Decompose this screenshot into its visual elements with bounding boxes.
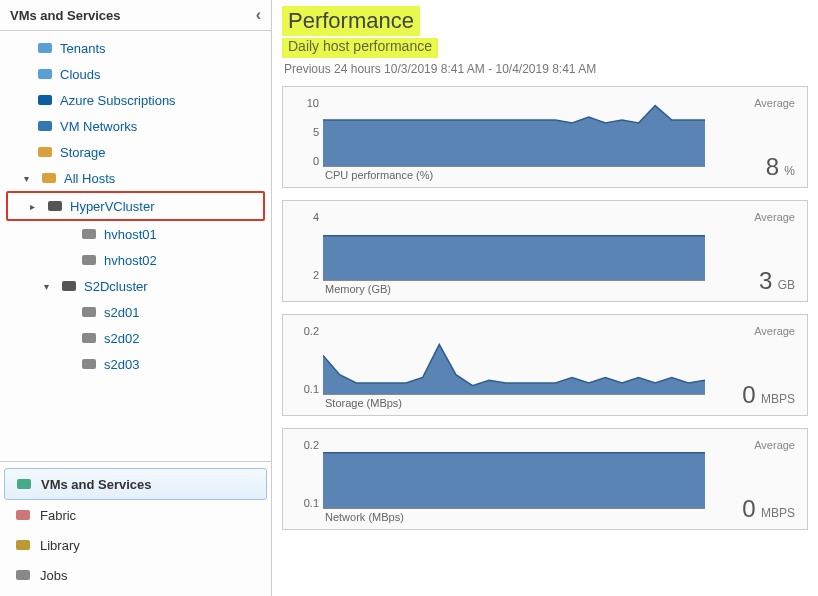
- tree-item-label: Tenants: [60, 41, 106, 56]
- net-icon: [36, 117, 54, 135]
- tree-item-all-hosts[interactable]: ▾All Hosts: [0, 165, 271, 191]
- average-unit: GB: [774, 278, 795, 292]
- host-icon: [80, 355, 98, 373]
- chart-area: 0.20.1 Network (MBps): [295, 439, 705, 523]
- svg-rect-14: [16, 510, 30, 520]
- folder-icon: [40, 169, 58, 187]
- storage-icon: [36, 143, 54, 161]
- svg-rect-7: [82, 229, 96, 239]
- time-range: Previous 24 hours 10/3/2019 8:41 AM - 10…: [284, 62, 808, 76]
- tree-item-azure-subscriptions[interactable]: Azure Subscriptions: [0, 87, 271, 113]
- expand-icon[interactable]: ▾: [44, 281, 54, 292]
- chart-title: CPU performance (%): [325, 169, 705, 181]
- fabric-icon: [14, 506, 32, 524]
- tree-item-label: hvhost01: [104, 227, 157, 242]
- nav-vms-and-services[interactable]: VMs and Services: [4, 468, 267, 500]
- tree-item-label: Storage: [60, 145, 106, 160]
- content-area: Performance Daily host performance Previ…: [272, 0, 818, 596]
- chart-card: 42 Memory (GB) Average 3 GB: [282, 200, 808, 302]
- tree-item-s2d02[interactable]: s2d02: [0, 325, 271, 351]
- tree-item-hvhost01[interactable]: hvhost01: [0, 221, 271, 247]
- chart-card: 0.20.1 Network (MBps) Average 0 MBPS: [282, 428, 808, 530]
- chart-plot: [323, 211, 705, 281]
- tree-item-hypervcluster[interactable]: ▸HyperVCluster: [6, 191, 265, 221]
- tree-item-label: S2Dcluster: [84, 279, 148, 294]
- cluster-icon: [46, 197, 64, 215]
- average-value: 3: [759, 267, 772, 294]
- chart-area: 1050 CPU performance (%): [295, 97, 705, 181]
- svg-rect-0: [38, 43, 52, 53]
- jobs-icon: [14, 566, 32, 584]
- collapse-icon[interactable]: [256, 6, 261, 24]
- chart-average: Average 0 MBPS: [705, 325, 795, 409]
- y-axis: 1050: [295, 97, 323, 167]
- tree-item-label: HyperVCluster: [70, 199, 155, 214]
- svg-rect-10: [82, 307, 96, 317]
- chart-card: 1050 CPU performance (%) Average 8 %: [282, 86, 808, 188]
- nav-item-label: VMs and Services: [41, 477, 152, 492]
- nav-section: VMs and ServicesFabricLibraryJobs: [0, 461, 271, 596]
- average-unit: MBPS: [758, 392, 795, 406]
- host-icon: [80, 329, 98, 347]
- svg-rect-12: [82, 359, 96, 369]
- expand-icon[interactable]: ▾: [24, 173, 34, 184]
- chart-average: Average 8 %: [705, 97, 795, 181]
- average-value: 0: [742, 381, 755, 408]
- chart-title: Memory (GB): [325, 283, 705, 295]
- svg-rect-8: [82, 255, 96, 265]
- y-axis: 0.20.1: [295, 439, 323, 509]
- average-label: Average: [713, 211, 795, 223]
- tree-item-s2d03[interactable]: s2d03: [0, 351, 271, 377]
- tree-item-label: Clouds: [60, 67, 100, 82]
- tree-item-hvhost02[interactable]: hvhost02: [0, 247, 271, 273]
- tree-item-s2d01[interactable]: s2d01: [0, 299, 271, 325]
- svg-rect-6: [48, 201, 62, 211]
- svg-rect-1: [38, 69, 52, 79]
- sidebar-title: VMs and Services: [10, 8, 121, 23]
- tree-item-label: s2d02: [104, 331, 139, 346]
- nav-jobs[interactable]: Jobs: [4, 560, 267, 590]
- tree-item-storage[interactable]: Storage: [0, 139, 271, 165]
- host-icon: [80, 303, 98, 321]
- tree-item-label: hvhost02: [104, 253, 157, 268]
- vms-icon: [15, 475, 33, 493]
- tree-item-label: Azure Subscriptions: [60, 93, 176, 108]
- svg-rect-4: [38, 147, 52, 157]
- host-icon: [80, 251, 98, 269]
- tree-item-vm-networks[interactable]: VM Networks: [0, 113, 271, 139]
- svg-rect-9: [62, 281, 76, 291]
- expand-icon[interactable]: ▸: [30, 201, 40, 212]
- svg-rect-16: [16, 570, 30, 580]
- average-unit: %: [781, 164, 795, 178]
- nav-item-label: Jobs: [40, 568, 67, 583]
- cluster-icon: [60, 277, 78, 295]
- chart-card: 0.20.1 Storage (MBps) Average 0 MBPS: [282, 314, 808, 416]
- sidebar-header: VMs and Services: [0, 0, 271, 31]
- tree-item-clouds[interactable]: Clouds: [0, 61, 271, 87]
- page-subtitle: Daily host performance: [282, 38, 438, 58]
- average-value: 0: [742, 495, 755, 522]
- tree-item-label: s2d03: [104, 357, 139, 372]
- svg-rect-5: [42, 173, 56, 183]
- library-icon: [14, 536, 32, 554]
- svg-rect-13: [17, 479, 31, 489]
- tree-item-s2dcluster[interactable]: ▾S2Dcluster: [0, 273, 271, 299]
- nav-library[interactable]: Library: [4, 530, 267, 560]
- tree-item-label: All Hosts: [64, 171, 115, 186]
- average-label: Average: [713, 97, 795, 109]
- chart-plot: [323, 439, 705, 509]
- y-axis: 0.20.1: [295, 325, 323, 395]
- nav-fabric[interactable]: Fabric: [4, 500, 267, 530]
- tree-item-label: s2d01: [104, 305, 139, 320]
- host-icon: [80, 225, 98, 243]
- average-label: Average: [713, 439, 795, 451]
- nav-item-label: Library: [40, 538, 80, 553]
- average-unit: MBPS: [758, 506, 795, 520]
- average-label: Average: [713, 325, 795, 337]
- svg-rect-15: [16, 540, 30, 550]
- tree-item-tenants[interactable]: Tenants: [0, 35, 271, 61]
- cloud-icon: [36, 65, 54, 83]
- chart-average: Average 0 MBPS: [705, 439, 795, 523]
- svg-rect-2: [38, 95, 52, 105]
- y-axis: 42: [295, 211, 323, 281]
